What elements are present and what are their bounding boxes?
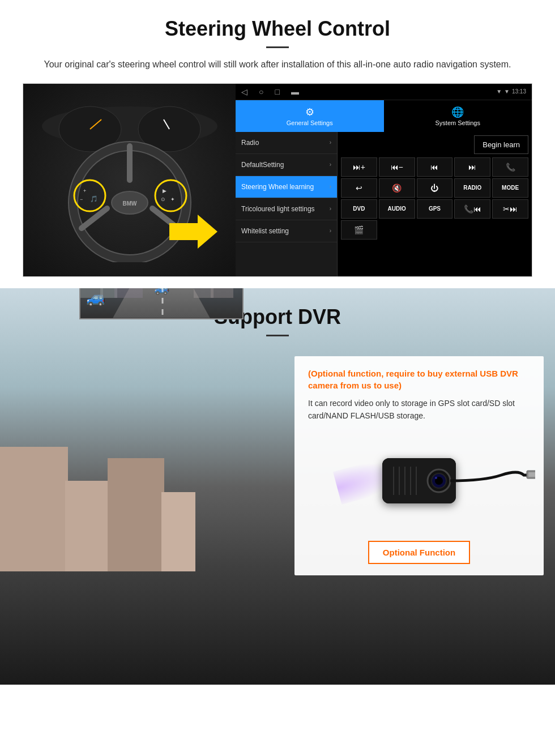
tab-general-settings[interactable]: ⚙ General Settings xyxy=(236,100,384,132)
ui-screenshot: BMW + − 🎵 ▶ ⊙ ✦ xyxy=(23,83,532,277)
video-btn[interactable]: 🎬 xyxy=(341,220,377,240)
signal-icon: ▼ xyxy=(496,88,502,95)
vol-up-btn[interactable]: ⏭+ xyxy=(341,157,377,177)
steering-description: Your original car's steering wheel contr… xyxy=(34,57,521,72)
dvr-info-card: (Optional function, require to buy exter… xyxy=(294,356,544,576)
mute-btn[interactable]: 🔇 xyxy=(379,178,415,198)
chevron-icon-3: › xyxy=(330,206,331,212)
menu-item-tricoloured[interactable]: Tricoloured light settings › xyxy=(236,198,337,220)
gear-icon: ⚙ xyxy=(238,106,381,118)
svg-text:⊙: ⊙ xyxy=(161,197,165,202)
camera-body xyxy=(382,458,456,503)
optional-function-button[interactable]: Optional Function xyxy=(368,541,470,564)
menu-steering-label: Steering Wheel learning xyxy=(241,183,314,191)
menu-whitelist-label: Whitelist setting xyxy=(241,227,289,235)
menu-tricoloured-label: Tricoloured light settings xyxy=(241,205,315,213)
wifi-icon: ▼ xyxy=(504,88,510,95)
steering-photo: BMW + − 🎵 ▶ ⊙ ✦ xyxy=(23,84,236,276)
audio-btn[interactable]: AUDIO xyxy=(379,199,415,219)
dvr-screenshot-preview: 🚗 🚙 🚙 xyxy=(79,288,244,319)
home-nav-btn[interactable]: ○ xyxy=(259,87,263,96)
building-2 xyxy=(65,481,110,571)
camera-assembly xyxy=(382,458,456,503)
menu-nav-btn[interactable]: ▬ xyxy=(291,87,299,96)
tab-general-label: General Settings xyxy=(287,119,333,126)
hang-up-btn[interactable]: ↩ xyxy=(341,178,377,198)
left-menu: Radio › DefaultSetting › Steering Wheel … xyxy=(236,132,338,276)
title-divider xyxy=(266,46,289,48)
settings-tabs: ⚙ General Settings 🌐 System Settings xyxy=(236,100,532,132)
svg-text:▶: ▶ xyxy=(163,188,166,194)
gps-btn[interactable]: GPS xyxy=(417,199,453,219)
cut-next-btn[interactable]: ✂⏭ xyxy=(492,199,528,219)
menu-item-steering-wheel[interactable]: Steering Wheel learning › xyxy=(236,176,337,198)
svg-text:🎵: 🎵 xyxy=(90,195,98,203)
prev-track-btn[interactable]: ⏮ xyxy=(417,157,453,177)
menu-item-whitelist[interactable]: Whitelist setting › xyxy=(236,220,337,242)
dvr-content: Support DVR (Optional function, require … xyxy=(0,288,555,365)
radio-btn[interactable]: RADIO xyxy=(454,178,490,198)
vol-down-btn[interactable]: ⏮− xyxy=(379,157,415,177)
dvd-btn[interactable]: DVD xyxy=(341,199,377,219)
chevron-icon-2: › xyxy=(330,183,331,190)
camera-svg xyxy=(382,458,456,503)
menu-item-radio[interactable]: Radio › xyxy=(236,132,337,154)
svg-marker-20 xyxy=(169,215,217,249)
begin-learn-button[interactable]: Begin learn xyxy=(474,135,528,154)
svg-rect-35 xyxy=(114,288,143,298)
svg-text:+: + xyxy=(83,188,86,194)
svg-text:✦: ✦ xyxy=(170,197,175,202)
power-btn[interactable]: ⏻ xyxy=(417,178,453,198)
chevron-icon-1: › xyxy=(330,161,331,168)
steering-wheel-container: BMW + − 🎵 ▶ ⊙ ✦ xyxy=(39,98,220,262)
svg-rect-37 xyxy=(211,288,233,298)
steering-title: Steering Wheel Control xyxy=(23,17,532,41)
svg-text:−: − xyxy=(80,197,83,202)
dvr-screenshot-inner: 🚗 🚙 🚙 xyxy=(80,288,242,318)
menu-default-label: DefaultSetting xyxy=(241,161,284,169)
recent-nav-btn[interactable]: □ xyxy=(275,87,279,96)
svg-point-30 xyxy=(435,477,437,479)
android-ui: ◁ ○ □ ▬ ▼ ▼ 13:13 ⚙ General Settings 🌐 xyxy=(236,84,532,276)
arrow-svg xyxy=(164,209,220,254)
svg-rect-33 xyxy=(80,288,103,298)
optional-orange-text: (Optional function, require to buy exter… xyxy=(308,368,530,391)
nav-buttons-row: ◁ ○ □ ▬ ▼ ▼ 13:13 xyxy=(236,84,532,100)
control-grid: ⏭+ ⏮− ⏮ ⏭ 📞 ↩ 🔇 ⏻ RADIO MODE DVD AUDIO xyxy=(341,157,528,240)
dvr-scene-svg xyxy=(80,288,244,319)
building-3 xyxy=(108,458,164,571)
dvr-camera-image xyxy=(308,430,530,532)
clock: 13:13 xyxy=(512,88,526,95)
usb-cable-svg xyxy=(450,464,535,498)
back-nav-btn[interactable]: ◁ xyxy=(241,87,247,96)
chevron-icon-0: › xyxy=(330,139,331,146)
yellow-arrow xyxy=(164,209,220,257)
tab-system-label: System Settings xyxy=(436,119,480,126)
svg-rect-32 xyxy=(528,472,535,477)
menu-radio-label: Radio xyxy=(241,139,259,147)
menu-area: Radio › DefaultSetting › Steering Wheel … xyxy=(236,132,532,276)
chevron-icon-4: › xyxy=(330,228,331,234)
phone-prev-btn[interactable]: 📞⏮ xyxy=(454,199,490,219)
begin-learn-row: Begin learn xyxy=(341,135,528,154)
control-panel: Begin learn ⏭+ ⏮− ⏮ ⏭ 📞 ↩ 🔇 ⏻ RADIO xyxy=(338,132,532,276)
mode-btn[interactable]: MODE xyxy=(492,178,528,198)
dvr-section: Support DVR (Optional function, require … xyxy=(0,288,555,685)
globe-icon: 🌐 xyxy=(387,106,530,118)
building-1 xyxy=(0,447,68,571)
tab-system-settings[interactable]: 🌐 System Settings xyxy=(384,100,532,132)
status-indicators: ▼ ▼ 13:13 xyxy=(496,87,526,96)
steering-section: Steering Wheel Control Your original car… xyxy=(0,0,555,288)
phone-btn[interactable]: 📞 xyxy=(492,157,528,177)
menu-item-defaultsetting[interactable]: DefaultSetting › xyxy=(236,154,337,176)
building-4 xyxy=(161,492,195,571)
dvr-description: It can record video only to storage in G… xyxy=(308,397,530,422)
next-track-btn[interactable]: ⏭ xyxy=(454,157,490,177)
svg-text:BMW: BMW xyxy=(122,200,137,207)
dvr-divider xyxy=(266,335,289,336)
svg-rect-36 xyxy=(194,288,214,298)
